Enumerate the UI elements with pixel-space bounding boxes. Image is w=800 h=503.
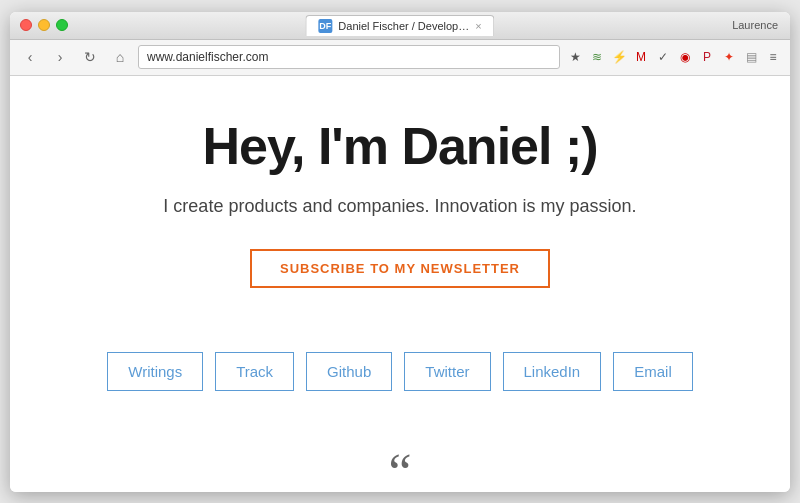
user-name: Laurence xyxy=(732,19,778,31)
menu-icon[interactable]: ≡ xyxy=(764,48,782,66)
nav-link-twitter[interactable]: Twitter xyxy=(404,352,490,391)
minimize-button[interactable] xyxy=(38,19,50,31)
nav-links: Writings Track Github Twitter LinkedIn E… xyxy=(107,352,692,391)
refresh-button[interactable]: ↻ xyxy=(78,45,102,69)
maximize-button[interactable] xyxy=(56,19,68,31)
p-icon[interactable]: P xyxy=(698,48,716,66)
toolbar-icons: ★ ≋ ⚡ M ✓ ◉ P ✦ ▤ ≡ xyxy=(566,48,782,66)
nav-link-linkedin[interactable]: LinkedIn xyxy=(503,352,602,391)
nav-link-writings[interactable]: Writings xyxy=(107,352,203,391)
subscribe-button[interactable]: SUBSCRIBE TO MY NEWSLETTER xyxy=(250,249,550,288)
mail-icon[interactable]: M xyxy=(632,48,650,66)
bookmark-icon[interactable]: ★ xyxy=(566,48,584,66)
title-bar: DF Daniel Fischer / Develop… × Laurence xyxy=(10,12,790,40)
nav-link-email[interactable]: Email xyxy=(613,352,693,391)
forward-button[interactable]: › xyxy=(48,45,72,69)
star-icon[interactable]: ✦ xyxy=(720,48,738,66)
browser-tab[interactable]: DF Daniel Fischer / Develop… × xyxy=(305,15,494,36)
check-icon[interactable]: ✓ xyxy=(654,48,672,66)
close-button[interactable] xyxy=(20,19,32,31)
main-heading: Hey, I'm Daniel ;) xyxy=(202,116,597,176)
browser-window: DF Daniel Fischer / Develop… × Laurence … xyxy=(10,12,790,492)
tab-favicon: DF xyxy=(318,19,332,33)
traffic-lights xyxy=(20,19,68,31)
nav-link-track[interactable]: Track xyxy=(215,352,294,391)
grid-icon[interactable]: ▤ xyxy=(742,48,760,66)
tab-close-icon[interactable]: × xyxy=(475,20,481,32)
url-text: www.danielfischer.com xyxy=(147,50,268,64)
nav-bar: ‹ › ↻ ⌂ www.danielfischer.com ★ ≋ ⚡ M ✓ … xyxy=(10,40,790,76)
nav-link-github[interactable]: Github xyxy=(306,352,392,391)
layers-icon[interactable]: ≋ xyxy=(588,48,606,66)
tab-bar: DF Daniel Fischer / Develop… × xyxy=(305,15,494,36)
lightning-icon[interactable]: ⚡ xyxy=(610,48,628,66)
back-button[interactable]: ‹ xyxy=(18,45,42,69)
tab-title: Daniel Fischer / Develop… xyxy=(338,20,469,32)
circle-icon[interactable]: ◉ xyxy=(676,48,694,66)
subtitle: I create products and companies. Innovat… xyxy=(163,196,636,217)
quote-mark: “ xyxy=(388,447,411,492)
address-bar[interactable]: www.danielfischer.com xyxy=(138,45,560,69)
page-content: Hey, I'm Daniel ;) I create products and… xyxy=(10,76,790,492)
home-button[interactable]: ⌂ xyxy=(108,45,132,69)
